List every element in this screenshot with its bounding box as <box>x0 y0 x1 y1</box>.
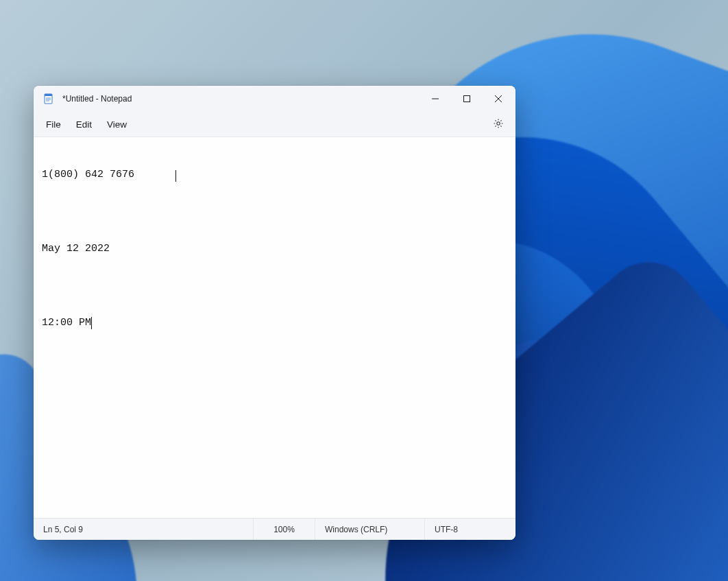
window-title: *Untitled - Notepad <box>62 94 420 104</box>
window-controls <box>420 86 514 112</box>
minimize-button[interactable] <box>420 86 451 112</box>
text-editor[interactable]: 1(800) 642 7676 May 12 2022 12:00 PM <box>34 137 515 518</box>
text-line <box>42 206 507 218</box>
text-line <box>42 280 507 292</box>
svg-point-9 <box>497 121 500 124</box>
text-line: May 12 2022 <box>42 243 507 255</box>
status-position: Ln 5, Col 9 <box>34 519 253 540</box>
notepad-window: *Untitled - Notepad File Edit View <box>34 86 515 540</box>
maximize-button[interactable] <box>451 86 483 112</box>
svg-rect-1 <box>45 94 52 96</box>
status-zoom[interactable]: 100% <box>253 519 315 540</box>
close-button[interactable] <box>483 86 514 112</box>
menu-bar: File Edit View <box>34 112 515 137</box>
menu-edit[interactable]: Edit <box>69 115 99 134</box>
titlebar[interactable]: *Untitled - Notepad <box>34 86 515 112</box>
text-line: 1(800) 642 7676 <box>42 169 507 181</box>
text-line: 12:00 PM <box>42 317 507 329</box>
svg-rect-6 <box>464 96 470 102</box>
status-bar: Ln 5, Col 9 100% Windows (CRLF) UTF-8 <box>34 518 515 540</box>
notepad-app-icon <box>43 93 54 104</box>
gear-icon <box>493 118 504 131</box>
status-line-ending: Windows (CRLF) <box>315 519 424 540</box>
menu-file[interactable]: File <box>39 115 68 134</box>
status-encoding: UTF-8 <box>424 519 515 540</box>
menu-view[interactable]: View <box>100 115 134 134</box>
settings-button[interactable] <box>487 114 510 134</box>
text-ibeam-cursor-icon <box>175 170 176 182</box>
